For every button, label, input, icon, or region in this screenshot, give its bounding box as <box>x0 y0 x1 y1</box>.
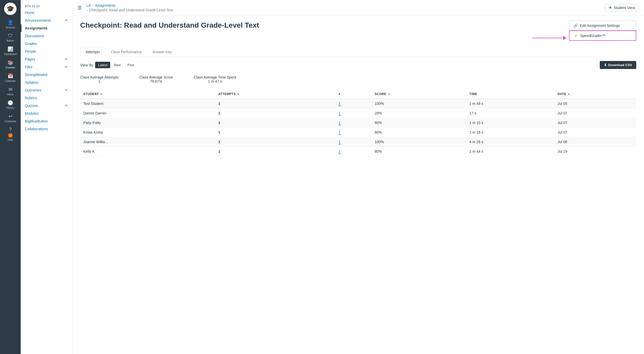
sidebar-item-assignments[interactable]: Assignments <box>21 24 72 32</box>
nav-label-dashboard: Dashboard <box>4 53 17 56</box>
sidebar-label-discussions: Discussions <box>25 34 44 38</box>
cell-hash[interactable]: 1 <box>335 99 371 109</box>
col-header-date[interactable]: DATE ⇅ <box>555 90 636 99</box>
sidebar-item-files[interactable]: Files👁 <box>21 63 72 71</box>
visibility-icon-files[interactable]: 👁 <box>64 65 68 69</box>
history-icon: 🕐 <box>8 100 13 106</box>
download-csv-button[interactable]: ⬇ Download CSV <box>600 61 636 69</box>
sidebar-label-syllabus: Syllabus <box>25 80 39 84</box>
main-content: ☰ LA › Assignments › Checkpoint: Read an… <box>72 0 644 354</box>
nav-rail-item-commons[interactable]: ↩Commons <box>0 111 21 125</box>
col-header-attempts[interactable]: ATTEMPTS ⇅ <box>215 90 335 99</box>
sidebar-item-strongminded[interactable]: StrongMinded <box>21 71 72 79</box>
action-buttons-container: 🔗 Edit Assignment Settings ⚡ SpeedGrader… <box>569 21 636 41</box>
cell-time: 17 s <box>466 109 555 118</box>
table-row: Patty Patty1180%1 m 10 sJul 07 <box>80 118 636 128</box>
stat-class-average-attempts: Class Average Attempts 1 <box>80 75 118 83</box>
view-by-first[interactable]: First <box>125 62 137 68</box>
sidebar-item-pages[interactable]: Pages👁 <box>21 55 72 63</box>
sidebar-label-modules: Modules <box>25 111 39 116</box>
cell-score: 80% <box>372 118 466 128</box>
nav-rail-item-courses[interactable]: 📚Courses <box>0 58 21 71</box>
cell-attempts: 1 <box>215 109 335 118</box>
logo[interactable]: 🎓 <box>4 3 17 15</box>
visibility-icon-outcomes[interactable]: 👁 <box>64 88 68 92</box>
student-view-button[interactable]: 👁 Student View <box>605 4 639 12</box>
sidebar-item-announcements[interactable]: Announcements👁 <box>21 17 72 24</box>
courses-icon: 📚 <box>8 60 13 65</box>
attempt-link[interactable]: 1 <box>339 121 341 125</box>
top-bar: ☰ LA › Assignments › Checkpoint: Read an… <box>72 0 644 16</box>
attempt-link[interactable]: 1 <box>339 111 341 116</box>
sidebar-course-label: BTS 22-23 <box>21 3 72 9</box>
sort-icon-date: ⇅ <box>568 93 570 96</box>
table-row: Kelly K1180%1 m 44 sJul 19 <box>80 147 636 156</box>
breadcrumb-assignments[interactable]: Assignments <box>95 3 116 7</box>
tab-attempts[interactable]: Attempts <box>80 47 105 57</box>
sidebar-label-assignments: Assignments <box>25 26 48 30</box>
col-header-hash: # <box>335 90 371 99</box>
visibility-icon-quizzes[interactable]: 👁 <box>64 104 68 108</box>
attempt-link[interactable]: 1 <box>339 140 341 144</box>
sidebar-item-people[interactable]: People <box>21 48 72 55</box>
cell-hash[interactable]: 1 <box>335 137 371 147</box>
visibility-icon-pages[interactable]: 👁 <box>64 57 68 61</box>
cell-student: Krista Krista <box>80 128 215 137</box>
inbox-icon: ✉ <box>9 87 12 92</box>
attempt-link[interactable]: 1 <box>339 149 341 154</box>
view-by-best[interactable]: Best <box>111 62 124 68</box>
cell-hash[interactable]: 1 <box>335 128 371 137</box>
sidebar-label-collaborations: Collaborations <box>25 127 48 131</box>
nav-label-admin: Admin <box>7 39 14 42</box>
hamburger-icon[interactable]: ☰ <box>78 5 82 11</box>
nav-rail-item-admin[interactable]: 🛡Admin <box>0 31 21 44</box>
sidebar-item-bigbluebutton[interactable]: BigBlueButton <box>21 117 72 125</box>
sidebar-item-home[interactable]: Home <box>21 9 72 17</box>
sidebar-label-announcements: Announcements <box>25 18 51 22</box>
sidebar-label-files: Files <box>25 65 33 69</box>
visibility-icon-announcements[interactable]: 👁 <box>64 18 68 22</box>
tabs-container: AttemptsClass PerformanceAnswer Key <box>80 47 636 57</box>
cell-hash[interactable]: 1 <box>335 147 371 156</box>
view-by-latest[interactable]: Latest <box>95 62 110 68</box>
speedgrader-label: SpeedGrader™ <box>580 34 605 38</box>
edit-assignment-button[interactable]: 🔗 Edit Assignment Settings <box>569 21 636 30</box>
nav-rail-item-inbox[interactable]: ✉Inbox <box>0 84 21 98</box>
sidebar-label-pages: Pages <box>25 57 35 61</box>
attempt-link[interactable]: 1 <box>339 102 341 106</box>
breadcrumb-row: ☰ LA › Assignments › Checkpoint: Read an… <box>78 3 173 12</box>
tab-class-performance[interactable]: Class Performance <box>105 47 147 57</box>
cell-time: 1 m 49 s <box>466 99 555 109</box>
sidebar-item-outcomes[interactable]: Outcomes👁 <box>21 86 72 94</box>
cell-hash[interactable]: 1 <box>335 109 371 118</box>
tab-answer-key[interactable]: Answer Key <box>147 47 177 57</box>
sidebar-item-quizzes[interactable]: Quizzes👁 <box>21 102 72 110</box>
sidebar-item-collaborations[interactable]: Collaborations <box>21 125 72 133</box>
col-header-score[interactable]: SCORE ⇅ <box>372 90 466 99</box>
sidebar-item-syllabus[interactable]: Syllabus <box>21 79 72 86</box>
nav-rail-item-help[interactable]: ? 10 Help <box>0 125 21 143</box>
attempt-link[interactable]: 1 <box>339 130 341 135</box>
sidebar-item-discussions[interactable]: Discussions <box>21 32 72 40</box>
cell-score: 80% <box>372 147 466 156</box>
col-header-student[interactable]: STUDENT ⇅ <box>80 90 215 99</box>
breadcrumb-page: Checkpoint: Read and Understand Grade-Le… <box>89 8 173 12</box>
cell-attempts: 1 <box>215 137 335 147</box>
nav-rail-item-calendar[interactable]: 📅Calendar <box>0 71 21 84</box>
sidebar-item-grades[interactable]: Grades <box>21 40 72 48</box>
nav-rail-item-history[interactable]: 🕐History <box>0 98 21 111</box>
sidebar-item-modules[interactable]: Modules <box>21 110 72 117</box>
nav-rail-item-account[interactable]: 👤Account <box>0 18 21 31</box>
speedgrader-arrow <box>532 36 566 40</box>
table-row: Krista Krista1180%1 m 18 sJul 07 <box>80 128 636 137</box>
cell-hash[interactable]: 1 <box>335 118 371 128</box>
nav-rail-item-dashboard[interactable]: 📊Dashboard <box>0 44 21 58</box>
data-table: STUDENT ⇅ATTEMPTS ⇅#SCORE ⇅TIMEDATE ⇅Tes… <box>80 90 636 156</box>
speedgrader-button[interactable]: ⚡ SpeedGrader™ <box>569 30 636 41</box>
nav-label-history: History <box>6 106 14 109</box>
col-header-time: TIME <box>466 90 555 99</box>
nav-rail: 🎓 👤Account🛡Admin📊Dashboard📚Courses📅Calen… <box>0 0 21 354</box>
cell-time: 1 m 18 s <box>466 128 555 137</box>
sidebar-item-rubrics[interactable]: Rubrics <box>21 94 72 102</box>
breadcrumb-course[interactable]: LA <box>86 3 91 7</box>
